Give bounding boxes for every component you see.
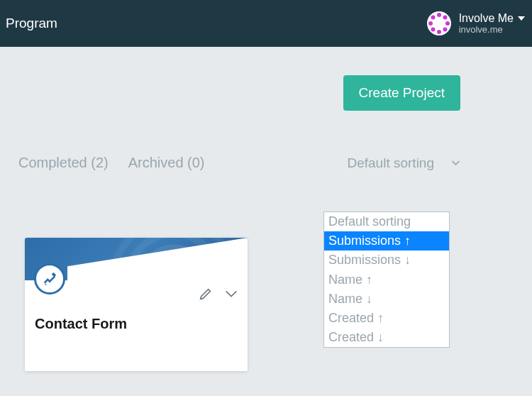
- sort-option[interactable]: Created ↓: [324, 328, 449, 347]
- project-card[interactable]: Contact Form: [25, 238, 248, 371]
- svg-point-2: [443, 16, 447, 20]
- chevron-down-icon: [518, 12, 525, 25]
- sort-option[interactable]: Name ↑: [324, 270, 449, 290]
- card-body: Contact Form: [25, 280, 248, 371]
- svg-point-6: [431, 28, 435, 32]
- filter-row: Completed (2) Archived (0) Default sorti…: [18, 155, 514, 171]
- project-title: Contact Form: [35, 316, 127, 332]
- svg-point-7: [428, 21, 433, 26]
- user-menu[interactable]: Involve Me involve.me: [426, 11, 525, 36]
- svg-point-8: [431, 16, 435, 20]
- sort-option[interactable]: Created ↑: [324, 309, 449, 328]
- tools-icon: [34, 263, 65, 295]
- svg-point-1: [437, 13, 441, 17]
- user-name: Involve Me: [459, 12, 514, 25]
- content-area: Create Project Completed (2) Archived (0…: [0, 47, 532, 171]
- card-actions: [198, 286, 239, 304]
- svg-point-5: [437, 30, 441, 34]
- svg-point-3: [445, 21, 450, 26]
- tab-archived[interactable]: Archived (0): [128, 155, 205, 171]
- sort-option[interactable]: Submissions ↓: [324, 251, 449, 270]
- user-subtitle: involve.me: [459, 25, 525, 35]
- sort-toggle[interactable]: Default sorting: [347, 155, 460, 171]
- create-project-button[interactable]: Create Project: [343, 75, 460, 111]
- sort-current-label: Default sorting: [347, 155, 434, 171]
- edit-icon[interactable]: [198, 286, 214, 304]
- sort-option[interactable]: Submissions ↑: [324, 231, 449, 251]
- chevron-down-icon: [451, 155, 460, 171]
- status-tabs: Completed (2) Archived (0): [18, 155, 205, 171]
- topbar: Program: [0, 0, 532, 47]
- user-text: Involve Me involve.me: [459, 12, 525, 35]
- svg-point-4: [443, 28, 447, 32]
- sort-option[interactable]: Default sorting: [324, 212, 449, 231]
- chevron-down-icon[interactable]: [223, 286, 239, 304]
- page-title: Program: [6, 16, 57, 31]
- tab-completed[interactable]: Completed (2): [18, 155, 109, 171]
- sort-option[interactable]: Name ↓: [324, 290, 449, 309]
- create-row: Create Project: [18, 47, 514, 111]
- avatar: [426, 11, 452, 36]
- sort-dropdown[interactable]: Default sortingSubmissions ↑Submissions …: [323, 211, 450, 348]
